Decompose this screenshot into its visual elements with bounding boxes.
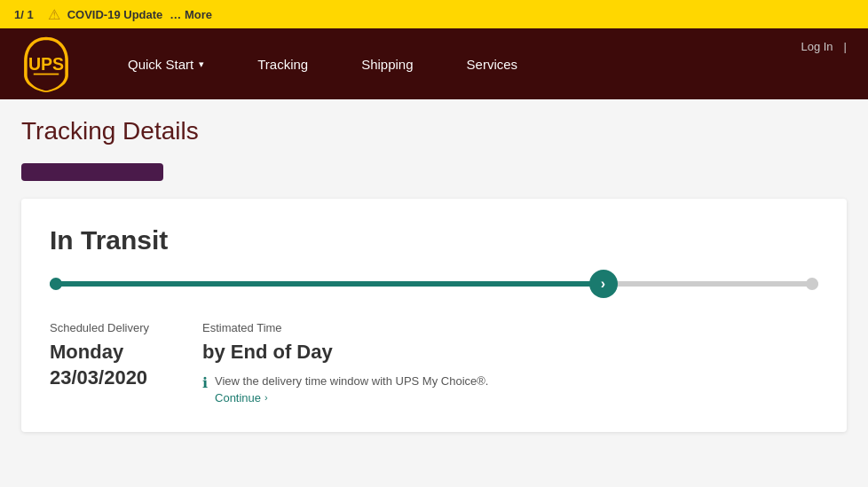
alert-more-link[interactable]: … More (170, 8, 212, 21)
svg-text:UPS: UPS (28, 54, 64, 74)
myc-info: ℹ View the delivery time window with UPS… (202, 373, 488, 405)
main-nav: Quick Start ▾ Tracking Shipping Services (101, 28, 850, 99)
myc-continue-link[interactable]: Continue › (215, 391, 268, 405)
delivery-info: Scheduled Delivery Monday 23/03/2020 Est… (50, 321, 818, 405)
progress-container: › (50, 273, 818, 295)
info-icon: ℹ (202, 374, 208, 391)
scheduled-delivery-label: Scheduled Delivery (50, 321, 149, 334)
estimated-time-value: by End of Day (202, 340, 488, 365)
scheduled-delivery-date: 23/03/2020 (50, 365, 149, 391)
site-header: Log In | UPS Quick Start ▾ Tracking Ship… (0, 28, 868, 99)
scheduled-delivery-col: Scheduled Delivery Monday 23/03/2020 (50, 321, 149, 390)
status-title: In Transit (50, 225, 818, 255)
nav-tracking[interactable]: Tracking (231, 28, 335, 99)
alert-icon: ⚠ (48, 6, 60, 23)
progress-track: › (50, 281, 818, 287)
login-link[interactable]: Log In (801, 40, 832, 53)
scheduled-delivery-day: Monday (50, 340, 149, 365)
alert-bar: 1/ 1 ⚠ COVID-19 Update … More (0, 0, 868, 28)
tracking-number-bar (21, 163, 163, 181)
nav-quick-start[interactable]: Quick Start ▾ (101, 28, 231, 99)
page-content: Tracking Details In Transit › Scheduled … (0, 99, 868, 450)
header-actions: Log In | (801, 28, 850, 64)
estimated-time-label: Estimated Time (202, 321, 488, 334)
progress-fill (50, 281, 604, 287)
scheduled-delivery-value: Monday 23/03/2020 (50, 340, 149, 390)
svg-rect-1 (34, 74, 59, 75)
estimated-time-col: Estimated Time by End of Day ℹ View the … (202, 321, 488, 405)
progress-start-dot (50, 278, 62, 290)
myc-description: View the delivery time window with UPS M… (215, 374, 488, 388)
progress-end-dot (806, 278, 818, 290)
quick-start-chevron-icon: ▾ (199, 59, 204, 70)
ups-logo[interactable]: UPS (18, 35, 75, 92)
continue-chevron-icon: › (264, 392, 268, 403)
progress-cursor: › (589, 270, 618, 298)
nav-shipping[interactable]: Shipping (335, 28, 439, 99)
header-divider: | (844, 40, 847, 53)
tracking-card: In Transit › Scheduled Delivery Monday 2… (21, 199, 847, 432)
alert-covid-text: COVID-19 Update (67, 8, 163, 21)
page-title: Tracking Details (21, 117, 847, 145)
alert-counter: 1/ 1 (14, 8, 34, 21)
nav-services[interactable]: Services (440, 28, 545, 99)
myc-text-block: View the delivery time window with UPS M… (215, 373, 488, 405)
